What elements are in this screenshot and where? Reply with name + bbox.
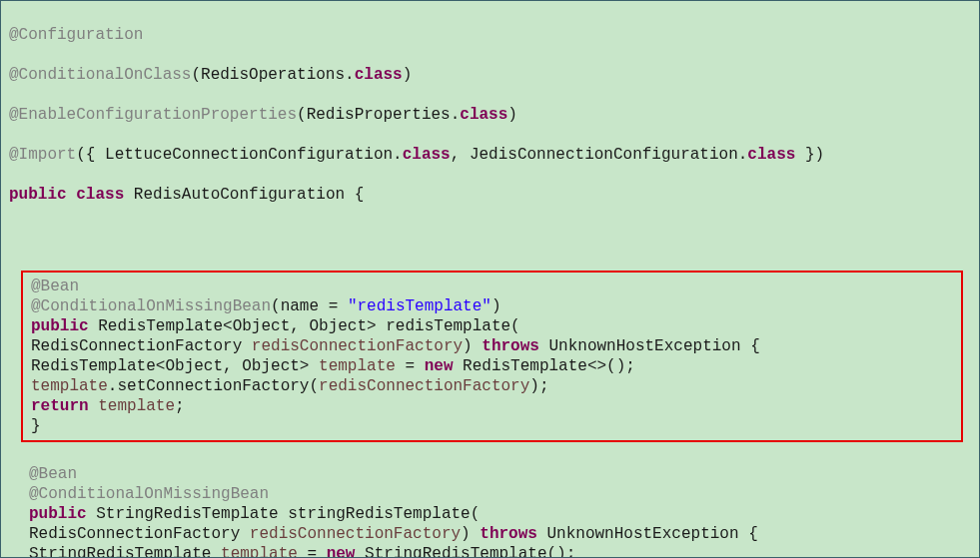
code-line: return template; <box>31 396 953 416</box>
keyword: public <box>31 317 89 335</box>
punct: { <box>355 186 365 204</box>
annotation: @Import <box>9 146 76 164</box>
code-line: @Import({ LettuceConnectionConfiguration… <box>9 145 971 165</box>
keyword: class <box>76 186 124 204</box>
punct: ( <box>191 66 201 84</box>
class-name: RedisAutoConfiguration <box>134 186 345 204</box>
code-line: @ConditionalOnMissingBean(name = "redisT… <box>31 296 953 316</box>
keyword: throws <box>482 337 539 355</box>
string-literal: "redisTemplate" <box>348 297 491 315</box>
code-line: public StringRedisTemplate stringRedisTe… <box>29 504 971 524</box>
attr-name: name <box>281 297 319 315</box>
punct: . <box>393 146 403 164</box>
keyword: class <box>403 146 451 164</box>
code-line: @ConditionalOnMissingBean <box>29 484 971 504</box>
code-line: @EnableConfigurationProperties(RedisProp… <box>9 105 971 125</box>
keyword: new <box>425 357 454 375</box>
keyword: throws <box>480 525 537 543</box>
annotation: @Bean <box>31 278 79 295</box>
param-name: redisConnectionFactory <box>252 337 463 355</box>
keyword: public <box>29 505 87 523</box>
code-line: StringRedisTemplate template = new Strin… <box>29 544 971 558</box>
punct: . <box>451 106 461 124</box>
keyword: public <box>9 186 67 204</box>
method-name: stringRedisTemplate <box>288 505 470 523</box>
punct: ( <box>297 106 307 124</box>
class-name: LettuceConnectionConfiguration <box>105 146 393 164</box>
punct: ) <box>463 337 482 355</box>
punct: = <box>396 357 425 375</box>
punct: , <box>451 146 470 164</box>
class-name: RedisOperations <box>201 66 345 84</box>
method-name: redisTemplate <box>386 317 510 335</box>
var-name: template <box>221 545 298 558</box>
annotation: @ConditionalOnMissingBean <box>31 297 271 315</box>
var-name: template <box>319 357 396 375</box>
code-line: @Bean <box>31 277 953 296</box>
punct: ( <box>510 317 520 335</box>
punct: . <box>738 146 748 164</box>
punct: }) <box>795 146 824 164</box>
punct: = <box>298 545 327 558</box>
punct: ) <box>491 297 501 315</box>
var-name: template <box>31 377 108 395</box>
annotation: @ConditionalOnMissingBean <box>29 485 269 503</box>
code-editor: @Configuration @ConditionalOnClass(Redis… <box>1 1 979 269</box>
param-name: redisConnectionFactory <box>250 525 461 543</box>
annotation: @Configuration <box>9 26 143 44</box>
method-stringRedisTemplate: @Bean @ConditionalOnMissingBean public S… <box>1 444 979 558</box>
punct: = <box>319 297 348 315</box>
punct: ; <box>175 397 185 415</box>
param-type: RedisConnectionFactory <box>29 525 250 543</box>
blank-line <box>29 444 971 464</box>
constructor-call: RedisTemplate<>(); <box>463 357 635 375</box>
code-line: public RedisTemplate<Object, Object> red… <box>31 316 953 336</box>
param-name: redisConnectionFactory <box>319 377 529 395</box>
annotation: @EnableConfigurationProperties <box>9 106 297 124</box>
code-line: RedisTemplate<Object, Object> template =… <box>31 356 953 376</box>
highlighted-method-redisTemplate: @Bean @ConditionalOnMissingBean(name = "… <box>21 271 963 442</box>
exception-type: UnknownHostException { <box>547 525 758 543</box>
punct: ) <box>461 525 480 543</box>
code-line: template.setConnectionFactory(redisConne… <box>31 376 953 396</box>
code-line: RedisConnectionFactory redisConnectionFa… <box>31 336 953 356</box>
keyword: class <box>355 66 403 84</box>
code-line: RedisConnectionFactory redisConnectionFa… <box>29 524 971 544</box>
punct: ); <box>529 377 548 395</box>
punct: . <box>345 66 355 84</box>
keyword: new <box>327 545 356 558</box>
code-line: @Bean <box>29 464 971 484</box>
return-type: RedisTemplate<Object, Object> <box>98 317 386 335</box>
blank-line <box>9 225 971 245</box>
keyword: class <box>460 106 507 124</box>
var-type: RedisTemplate<Object, Object> <box>31 357 319 375</box>
annotation: @Bean <box>29 465 77 483</box>
code-line: } <box>31 416 953 436</box>
punct: . <box>108 377 118 395</box>
exception-type: UnknownHostException { <box>549 337 760 355</box>
return-type: StringRedisTemplate <box>96 505 288 523</box>
code-line: public class RedisAutoConfiguration { <box>9 185 971 205</box>
keyword: return <box>31 397 89 415</box>
punct: ({ <box>76 146 105 164</box>
punct: ) <box>507 106 517 124</box>
constructor-call: StringRedisTemplate(); <box>365 545 575 558</box>
punct: ) <box>403 66 413 84</box>
class-name: JedisConnectionConfiguration <box>470 146 738 164</box>
code-line: @Configuration <box>9 25 971 45</box>
var-type: StringRedisTemplate <box>29 545 221 558</box>
annotation: @ConditionalOnClass <box>9 66 191 84</box>
punct: ( <box>271 297 281 315</box>
method-call: setConnectionFactory( <box>117 377 319 395</box>
class-name: RedisProperties <box>307 106 451 124</box>
param-type: RedisConnectionFactory <box>31 337 252 355</box>
code-line: @ConditionalOnClass(RedisOperations.clas… <box>9 65 971 85</box>
punct: ( <box>471 505 481 523</box>
close-brace: } <box>31 417 41 435</box>
var-name: template <box>98 397 175 415</box>
keyword: class <box>747 146 795 164</box>
